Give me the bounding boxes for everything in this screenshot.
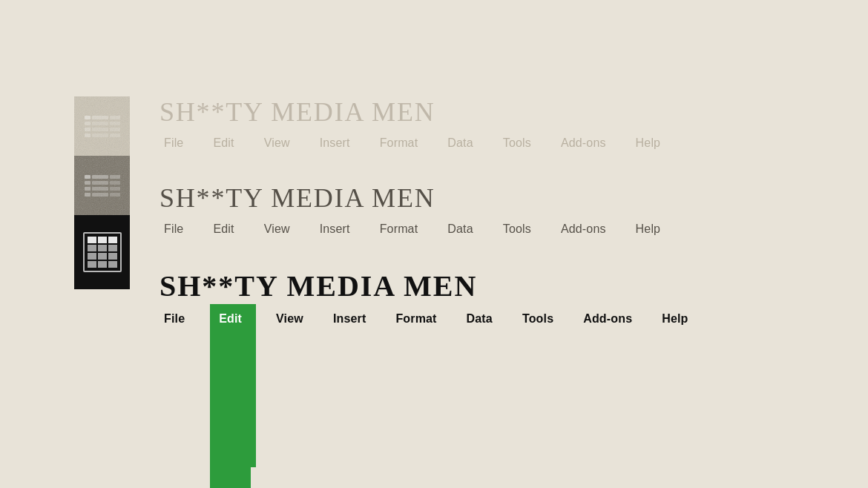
menu-addons-mid[interactable]: Add-ons (556, 220, 611, 239)
menu-addons-faint[interactable]: Add-ons (556, 133, 611, 153)
main-container: SH**TY MEDIA MEN File Edit View Insert F… (0, 0, 868, 488)
menu-bar-bold: File Edit View Insert Format Data Tools … (160, 309, 868, 329)
menu-file-faint[interactable]: File (160, 133, 188, 153)
menu-addons-bold[interactable]: Add-ons (579, 309, 637, 329)
menu-bar-mid: File Edit View Insert Format Data Tools … (160, 220, 868, 239)
menu-tools-faint[interactable]: Tools (499, 133, 536, 153)
app-row-mid: SH**TY MEDIA MEN File Edit View Insert F… (160, 182, 868, 239)
menu-insert-mid[interactable]: Insert (315, 220, 355, 239)
menu-insert-faint[interactable]: Insert (315, 133, 355, 153)
sheet-preview-top (85, 116, 120, 137)
app-title-faint: SH**TY MEDIA MEN (160, 96, 868, 128)
menu-bar-faint: File Edit View Insert Format Data Tools … (160, 133, 868, 153)
menu-view-bold[interactable]: View (272, 309, 308, 329)
app-title-mid: SH**TY MEDIA MEN (160, 182, 868, 214)
menu-edit-faint[interactable]: Edit (208, 133, 238, 153)
menu-tools-mid[interactable]: Tools (499, 220, 536, 239)
menu-file-bold[interactable]: File (160, 309, 189, 329)
menu-tools-bold[interactable]: Tools (518, 309, 558, 329)
menu-help-mid[interactable]: Help (631, 220, 665, 239)
menu-insert-bold[interactable]: Insert (329, 309, 371, 329)
menu-format-bold[interactable]: Format (391, 309, 441, 329)
app-title-bold: SH**TY MEDIA MEN (160, 268, 868, 303)
menu-data-mid[interactable]: Data (443, 220, 477, 239)
menu-view-mid[interactable]: View (260, 220, 295, 239)
menu-edit-mid[interactable]: Edit (208, 220, 238, 239)
sheet-preview-mid (85, 175, 120, 197)
content-area: SH**TY MEDIA MEN File Edit View Insert F… (160, 96, 868, 358)
menu-help-bold[interactable]: Help (657, 309, 692, 329)
sidebar-panel-bot[interactable] (74, 215, 130, 289)
menu-data-bold[interactable]: Data (462, 309, 497, 329)
menu-format-mid[interactable]: Format (375, 220, 423, 239)
table-grid-icon (83, 232, 122, 272)
menu-view-faint[interactable]: View (260, 133, 295, 153)
menu-help-faint[interactable]: Help (631, 133, 665, 153)
menu-format-faint[interactable]: Format (375, 133, 423, 153)
sidebar-panel-mid (74, 156, 130, 215)
menu-file-mid[interactable]: File (160, 220, 188, 239)
sidebar (74, 96, 130, 289)
menu-data-faint[interactable]: Data (443, 133, 477, 153)
sidebar-panel-top (74, 96, 130, 156)
app-row-faint: SH**TY MEDIA MEN File Edit View Insert F… (160, 96, 868, 153)
app-row-bold: SH**TY MEDIA MEN File Edit View Insert F… (160, 268, 868, 329)
menu-edit-active[interactable]: Edit (210, 309, 251, 329)
